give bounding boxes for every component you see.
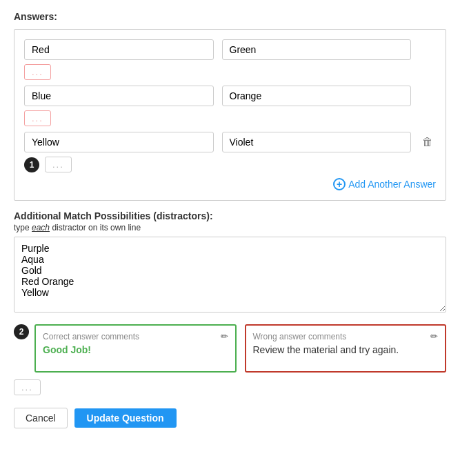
wrong-comment-box: Wrong answer comments ✏ Review the mater… [245,324,447,373]
ellipsis-btn-3[interactable]: ... [45,157,72,172]
wrong-edit-icon[interactable]: ✏ [430,331,438,341]
correct-edit-icon[interactable]: ✏ [221,331,228,341]
answer-left-1[interactable] [24,39,214,60]
answer-pair-3: 🗑 1 ... [24,132,436,172]
distractors-textarea[interactable]: Purple Aqua Gold Red Orange Yellow [14,237,446,313]
correct-comment-label-row: Correct answer comments ✏ [43,331,228,341]
ellipsis-btn-2[interactable]: ... [24,110,51,126]
action-bar: Cancel Update Question [14,405,446,428]
answer-left-3[interactable] [24,132,214,152]
bottom-ellipsis-btn[interactable]: ... [14,379,41,395]
correct-comment-text: Good Job! [43,344,228,355]
btn-row-2: ... [24,110,436,126]
badge-2: 2 [14,324,29,339]
answer-left-2[interactable] [24,86,214,106]
sublabel-prefix: type [14,223,32,232]
distractors-label: Additional Match Possibilities (distract… [14,210,446,221]
wrong-comment-text: Review the material and try again. [253,344,439,355]
btn-row-1: ... [24,64,436,80]
distractors-sublabel: type each distractor on its own line [14,223,446,232]
comments-row: Correct answer comments ✏ Good Job! Wron… [34,324,446,373]
answers-section: ... ... 🗑 1 .. [14,29,446,201]
answers-section-label: Answers: [14,11,446,22]
delete-icon-3[interactable]: 🗑 [419,132,436,152]
answer-right-3[interactable] [222,132,412,152]
correct-comment-label: Correct answer comments [43,332,139,341]
add-another-button[interactable]: + Add Another Answer [333,178,436,190]
answer-pair-2: ... [24,86,436,126]
answer-right-1[interactable] [222,39,412,60]
trash-icon-3: 🗑 [422,136,433,148]
add-another-row: + Add Another Answer [24,178,436,190]
answer-pair-1: ... [24,39,436,80]
ellipsis-btn-1[interactable]: ... [24,64,51,80]
answer-row-2 [24,86,436,106]
cancel-button[interactable]: Cancel [14,408,68,428]
delete-placeholder-2 [419,86,436,106]
comments-container: 2 Correct answer comments ✏ Good Job! Wr… [14,324,446,373]
badge-1: 1 [24,157,39,172]
delete-placeholder-1 [419,39,436,60]
wrong-comment-label-row: Wrong answer comments ✏ [253,331,439,341]
update-button[interactable]: Update Question [74,408,177,428]
correct-comment-box: Correct answer comments ✏ Good Job! [34,324,237,373]
sublabel-em: each [32,223,50,232]
plus-circle-icon: + [333,178,346,190]
add-another-label: Add Another Answer [348,179,436,190]
main-container: Answers: ... ... [0,0,460,439]
answer-row-1 [24,39,436,60]
btn-row-3: 1 ... [24,157,436,172]
bottom-btn-row: ... [14,379,446,395]
sublabel-suffix: distractor on its own line [50,223,141,232]
answer-right-2[interactable] [222,86,412,106]
answer-row-3: 🗑 [24,132,436,152]
distractors-section: Additional Match Possibilities (distract… [14,210,446,315]
wrong-comment-label: Wrong answer comments [253,332,347,341]
